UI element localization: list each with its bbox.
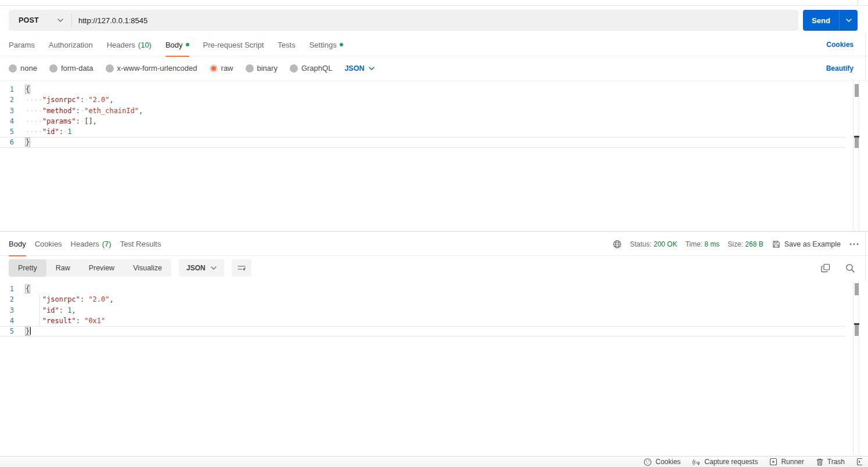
code-line[interactable]: 3····"method":·"eth_chainId", bbox=[0, 106, 845, 116]
radio-x-www-form-urlencoded[interactable]: x-www-form-urlencoded bbox=[106, 64, 197, 73]
footer-capture-requests-button[interactable]: Capture requests bbox=[692, 458, 758, 466]
line-number: 1 bbox=[0, 284, 26, 294]
code-line[interactable]: 6} bbox=[0, 137, 845, 147]
code-line[interactable]: 5} bbox=[0, 326, 845, 336]
method-label: POST bbox=[19, 16, 39, 24]
response-tab-test-results[interactable]: Test Results bbox=[120, 231, 161, 256]
footer-runner-button[interactable]: Runner bbox=[769, 458, 804, 466]
response-action-icons bbox=[820, 263, 855, 273]
line-number: 5 bbox=[0, 327, 26, 336]
tab-tests[interactable]: Tests bbox=[278, 34, 295, 56]
copy-icon[interactable] bbox=[820, 263, 831, 273]
response-language-select[interactable]: JSON bbox=[179, 259, 224, 277]
wrap-lines-button[interactable] bbox=[232, 259, 251, 277]
time-badge[interactable]: Time: 8 ms bbox=[685, 240, 719, 248]
request-body-editor[interactable]: 1{2····"jsonrpc":·"2.0",3····"method":·"… bbox=[0, 80, 868, 231]
radio-none[interactable]: none bbox=[9, 64, 37, 73]
line-number: 1 bbox=[0, 84, 26, 95]
cookie-icon bbox=[643, 458, 652, 466]
tab-headers[interactable]: Headers (10) bbox=[107, 34, 152, 56]
response-body-editor[interactable]: 1{2 "jsonrpc": "2.0",3 "id": 1,4 "result… bbox=[0, 280, 868, 456]
radio-circle bbox=[246, 64, 254, 73]
code-line[interactable]: 1{ bbox=[0, 84, 845, 95]
request-tabs: Params Authorization Headers (10) Body P… bbox=[0, 34, 868, 56]
size-badge[interactable]: Size: 268 B bbox=[727, 240, 763, 248]
line-number: 5 bbox=[0, 126, 26, 137]
view-preview[interactable]: Preview bbox=[80, 259, 124, 277]
code-line[interactable]: 2····"jsonrpc":·"2.0", bbox=[0, 95, 845, 105]
radio-circle bbox=[290, 64, 298, 73]
radio-circle bbox=[49, 64, 57, 73]
more-options-icon[interactable] bbox=[849, 242, 859, 246]
tab-body[interactable]: Body bbox=[165, 34, 189, 56]
url-input[interactable]: http://127.0.0.1:8545 bbox=[72, 16, 798, 25]
request-editor-scrollbar[interactable] bbox=[853, 81, 859, 231]
tab-params[interactable]: Params bbox=[9, 34, 35, 56]
response-headers-count-badge: (7) bbox=[102, 240, 111, 248]
send-button[interactable]: Send bbox=[803, 10, 858, 31]
runner-icon bbox=[769, 458, 777, 466]
chevron-down-icon bbox=[846, 19, 852, 22]
view-pretty[interactable]: Pretty bbox=[9, 259, 46, 277]
unsaved-changes-dot bbox=[186, 43, 189, 46]
line-number: 3 bbox=[0, 305, 26, 316]
tab-pre-request-script[interactable]: Pre-request Script bbox=[203, 34, 264, 56]
console-icon[interactable] bbox=[856, 458, 862, 466]
code-line[interactable]: 5····"id":·1 bbox=[0, 126, 845, 137]
beautify-link[interactable]: Beautify bbox=[826, 64, 853, 73]
cursor-position-marker bbox=[855, 323, 859, 336]
view-mode-segment: Pretty Raw Preview Visualize bbox=[9, 259, 171, 277]
chevron-down-icon bbox=[57, 19, 63, 22]
response-tab-body[interactable]: Body bbox=[9, 231, 26, 256]
code-line[interactable]: 3 "id": 1, bbox=[0, 305, 845, 316]
body-type-row: none form-data x-www-form-urlencoded raw… bbox=[0, 56, 868, 80]
tab-authorization[interactable]: Authorization bbox=[49, 34, 93, 56]
cursor-position-marker-cap bbox=[854, 323, 859, 325]
body-language-select[interactable]: JSON bbox=[344, 64, 374, 73]
save-as-example-button[interactable]: Save as Example bbox=[772, 240, 841, 249]
radio-binary[interactable]: binary bbox=[246, 64, 278, 73]
footer-cookies-button[interactable]: Cookies bbox=[643, 458, 680, 466]
globe-icon[interactable] bbox=[613, 240, 622, 249]
save-icon bbox=[772, 240, 781, 249]
radio-graphql[interactable]: GraphQL bbox=[290, 64, 332, 73]
headers-count-badge: (10) bbox=[138, 41, 152, 49]
line-number: 2 bbox=[0, 95, 26, 105]
tab-settings[interactable]: Settings bbox=[309, 34, 343, 56]
response-toolbar: Pretty Raw Preview Visualize JSON bbox=[0, 256, 868, 280]
send-button-label[interactable]: Send bbox=[803, 10, 839, 31]
response-tab-headers[interactable]: Headers (7) bbox=[71, 231, 111, 256]
status-badge[interactable]: Status: 200 OK bbox=[630, 240, 677, 248]
radio-raw[interactable]: raw bbox=[210, 64, 233, 73]
code-line[interactable]: 4····"params":·[], bbox=[0, 116, 845, 126]
radio-circle bbox=[106, 64, 114, 73]
view-raw[interactable]: Raw bbox=[46, 259, 80, 277]
cookies-link[interactable]: Cookies bbox=[826, 41, 853, 49]
url-control: POST http://127.0.0.1:8545 bbox=[9, 10, 798, 31]
line-number: 4 bbox=[0, 116, 26, 126]
method-select[interactable]: POST bbox=[9, 16, 71, 24]
top-strip-divider bbox=[858, 0, 858, 6]
trash-icon bbox=[816, 458, 824, 466]
text-cursor bbox=[30, 327, 31, 335]
radio-circle-selected bbox=[210, 64, 218, 73]
status-bar: Cookies Capture requests Runner bbox=[0, 456, 868, 467]
radio-form-data[interactable]: form-data bbox=[49, 64, 93, 73]
code-line[interactable]: 1{ bbox=[0, 284, 845, 294]
response-editor-scrollbar[interactable] bbox=[853, 281, 859, 455]
line-number: 3 bbox=[0, 106, 26, 116]
footer-trash-button[interactable]: Trash bbox=[816, 458, 845, 466]
cursor-position-marker-cap bbox=[854, 136, 859, 137]
response-header: Body Cookies Headers (7) Test Results St… bbox=[0, 231, 868, 256]
radio-circle bbox=[9, 64, 17, 73]
scrollbar-thumb[interactable] bbox=[855, 84, 859, 97]
send-options-button[interactable] bbox=[840, 10, 858, 31]
search-icon[interactable] bbox=[845, 263, 855, 273]
scrollbar-thumb[interactable] bbox=[855, 283, 859, 295]
code-line[interactable]: 2 "jsonrpc": "2.0", bbox=[0, 294, 845, 305]
settings-changes-dot bbox=[340, 43, 343, 46]
response-tab-cookies[interactable]: Cookies bbox=[35, 231, 62, 256]
top-strip bbox=[0, 0, 868, 6]
code-line[interactable]: 4 "result": "0x1" bbox=[0, 316, 845, 326]
view-visualize[interactable]: Visualize bbox=[124, 259, 171, 277]
